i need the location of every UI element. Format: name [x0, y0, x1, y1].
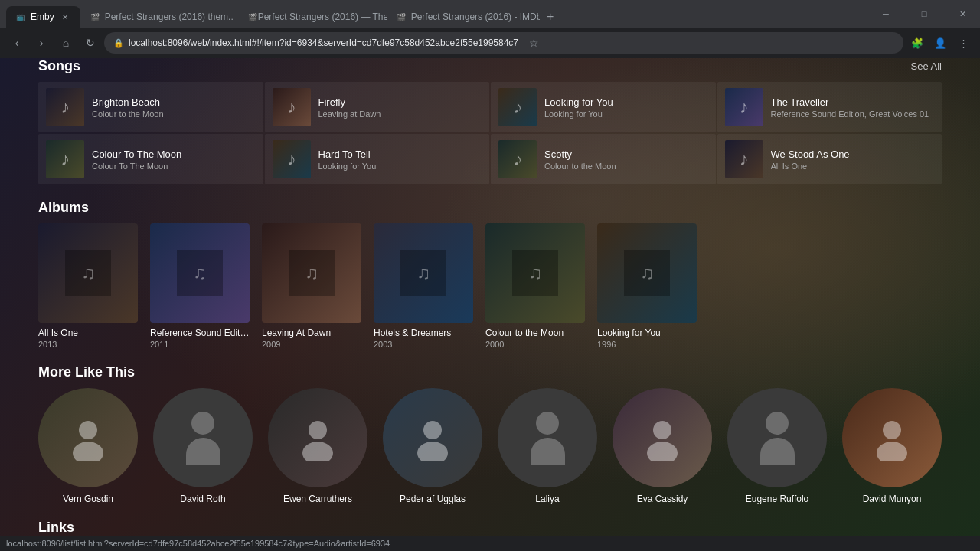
album-title-5: Colour to the Moon — [485, 328, 585, 338]
forward-button[interactable]: › — [31, 32, 52, 54]
album-title-6: Looking for You — [597, 328, 697, 338]
tab3-favicon: 🎬 — [396, 11, 407, 22]
artist-item-ewen-carruthers[interactable]: Ewen Carruthers — [268, 388, 368, 504]
artist-name-3: Ewen Carruthers — [283, 494, 352, 504]
song-item-looking-for-you[interactable]: ♪ Looking for You Looking for You — [491, 82, 716, 132]
song-title-7: Scotty — [544, 148, 708, 160]
song-item-colour-moon[interactable]: ♪ Colour To The Moon Colour To The Moon — [38, 134, 263, 184]
album-item-looking-for-you[interactable]: ♫ Looking for You 1996 — [597, 223, 697, 349]
song-album-7: Colour to the Moon — [544, 161, 708, 171]
emby-content: Songs See All ♪ Brighton Beach Colour to… — [0, 58, 980, 536]
artist-name-4: Peder af Ugglas — [400, 494, 466, 504]
address-bar[interactable]: 🔒 localhost:8096/web/index.html#!/item?i… — [104, 32, 903, 54]
music-note-icon-3: ♪ — [513, 96, 522, 118]
home-button[interactable]: ⌂ — [55, 32, 77, 54]
song-item-hard-to-tell[interactable]: ♪ Hard To Tell Looking for You — [265, 134, 490, 184]
album-item-ref-sound[interactable]: ♫ Reference Sound Edition, Gr... 2011 — [150, 223, 250, 349]
album-item-colour-moon[interactable]: ♫ Colour to the Moon 2000 — [485, 223, 585, 349]
maximize-button[interactable]: □ — [906, 0, 942, 28]
music-note-icon-4: ♪ — [740, 96, 749, 118]
song-album-3: Looking for You — [544, 109, 708, 119]
svg-text:♫: ♫ — [640, 262, 654, 283]
artist-avatar-3 — [268, 388, 368, 487]
links-title: Links — [38, 520, 942, 536]
song-title-2: Firefly — [318, 96, 482, 108]
svg-text:♫: ♫ — [416, 262, 430, 283]
song-album-2: Leaving at Dawn — [318, 109, 482, 119]
close-button[interactable]: ✕ — [945, 0, 980, 28]
extensions-icon[interactable]: 🧩 — [906, 32, 928, 54]
artist-item-david-roth[interactable]: David Roth — [153, 388, 253, 504]
svg-point-14 — [309, 421, 327, 439]
song-item-scotty[interactable]: ♪ Scotty Colour to the Moon — [491, 134, 716, 184]
bookmark-icon[interactable]: ☆ — [529, 37, 539, 49]
address-text: localhost:8096/web/index.html#!/item?id=… — [129, 37, 518, 48]
song-album-1: Colour to the Moon — [92, 109, 256, 119]
songs-title: Songs — [38, 58, 80, 74]
artists-row: Vern Gosdin David Roth Ewen Carruthers — [38, 388, 942, 504]
artist-avatar-6 — [612, 388, 712, 487]
artist-item-eugene-ruffolo[interactable]: Eugene Ruffolo — [727, 388, 827, 504]
album-cover-4: ♫ — [374, 223, 473, 323]
music-note-icon-8: ♪ — [740, 148, 749, 170]
artist-avatar-4 — [383, 388, 482, 487]
music-note-icon-2: ♪ — [287, 96, 296, 118]
song-title-5: Colour To The Moon — [92, 148, 256, 160]
svg-text:♫: ♫ — [528, 262, 542, 283]
song-thumb-4: ♪ — [725, 88, 763, 126]
music-note-icon: ♪ — [60, 96, 70, 118]
album-title-4: Hotels & Dreamers — [374, 328, 473, 338]
song-title-6: Hard To Tell — [318, 148, 482, 160]
tab-close-emby[interactable]: ✕ — [59, 11, 71, 23]
album-item-hotels-dreamers[interactable]: ♫ Hotels & Dreamers 2003 — [374, 223, 473, 349]
songs-grid: ♪ Brighton Beach Colour to the Moon ♪ Fi… — [38, 82, 942, 184]
song-album-8: All Is One — [771, 161, 935, 171]
song-item-firefly[interactable]: ♪ Firefly Leaving at Dawn — [265, 82, 490, 132]
music-note-icon-6: ♪ — [287, 148, 296, 170]
minimize-button[interactable]: ─ — [868, 0, 903, 28]
profile-icon[interactable]: 👤 — [929, 32, 951, 54]
back-button[interactable]: ‹ — [6, 32, 28, 54]
artist-avatar-5 — [498, 388, 597, 487]
artist-item-eva-cassidy[interactable]: Eva Cassidy — [612, 388, 712, 504]
reload-button[interactable]: ↻ — [80, 32, 101, 54]
songs-see-all[interactable]: See All — [911, 60, 942, 72]
song-info-6: Hard To Tell Looking for You — [318, 148, 482, 171]
new-tab-button[interactable]: + — [540, 6, 561, 28]
settings-icon[interactable]: ⋮ — [952, 32, 974, 54]
song-thumb-8: ♪ — [725, 140, 763, 178]
artist-name-6: Eva Cassidy — [637, 494, 688, 504]
artist-item-peder[interactable]: Peder af Ugglas — [383, 388, 482, 504]
tab-emby-label: Emby — [31, 11, 54, 22]
artist-name-1: Vern Gosdin — [63, 494, 113, 504]
song-title-3: Looking for You — [544, 96, 708, 108]
tab1-favicon: 🎬 — [90, 11, 100, 22]
svg-text:♫: ♫ — [81, 262, 95, 283]
song-item-stood-as-one[interactable]: ♪ We Stood As One All Is One — [717, 134, 942, 184]
tab-perfect1[interactable]: 🎬 Perfect Strangers (2016) them... ✕ — [80, 6, 234, 28]
artist-name-2: David Roth — [180, 494, 225, 504]
song-album-6: Looking for You — [318, 161, 482, 171]
svg-text:♫: ♫ — [193, 262, 207, 283]
song-item-traveller[interactable]: ♪ The Traveller Reference Sound Edition,… — [717, 82, 942, 132]
albums-row: ♫ All Is One 2013 ♫ Reference Sound Edit… — [38, 223, 942, 349]
artist-item-david-munyon[interactable]: David Munyon — [842, 388, 942, 504]
tab-perfect2[interactable]: — 🎬 Perfect Strangers (2016) — The... ✕ — [234, 6, 387, 28]
artist-item-laliya[interactable]: Laliya — [498, 388, 597, 504]
toolbar-icons: 🧩 👤 ⋮ — [906, 32, 974, 54]
album-item-leaving-at-dawn[interactable]: ♫ Leaving At Dawn 2009 — [262, 223, 361, 349]
music-note-icon-5: ♪ — [60, 148, 70, 170]
artist-item-vern-gosdin[interactable]: Vern Gosdin — [38, 388, 138, 504]
song-thumb-1: ♪ — [46, 88, 84, 126]
song-info-8: We Stood As One All Is One — [771, 148, 935, 171]
album-year-4: 2003 — [374, 340, 473, 349]
artist-name-5: Laliya — [535, 494, 559, 504]
song-item-brighton-beach[interactable]: ♪ Brighton Beach Colour to the Moon — [38, 82, 263, 132]
song-thumb-6: ♪ — [273, 140, 311, 178]
album-item-all-is-one[interactable]: ♫ All Is One 2013 — [38, 223, 138, 349]
tab-imdb[interactable]: 🎬 Perfect Strangers (2016) - IMDb ✕ — [387, 6, 540, 28]
tab-emby[interactable]: 📺 Emby ✕ — [6, 6, 80, 28]
address-bar-row: ‹ › ⌂ ↻ 🔒 localhost:8096/web/index.html#… — [0, 28, 980, 58]
svg-point-20 — [883, 421, 901, 439]
status-bar: localhost:8096/list/list.html?serverId=c… — [0, 536, 980, 551]
